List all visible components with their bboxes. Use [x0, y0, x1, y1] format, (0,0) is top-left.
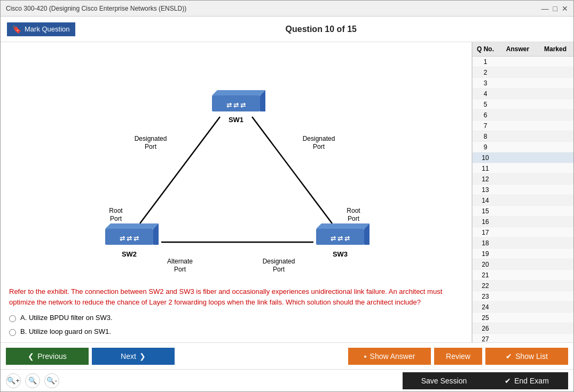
svg-text:Root: Root: [109, 207, 123, 214]
end-exam-check-icon: ✔: [505, 377, 511, 385]
svg-text:Designated: Designated: [303, 135, 335, 142]
option-a: A. Utilize BPDU filter on SW3.: [9, 314, 463, 322]
side-panel-row[interactable]: 25: [473, 313, 573, 323]
toolbar: 🔖 Mark Question Question 10 of 15: [1, 17, 573, 42]
svg-text:Port: Port: [273, 266, 285, 273]
svg-text:Port: Port: [174, 266, 186, 273]
side-panel-row[interactable]: 27: [473, 334, 573, 342]
show-answer-button[interactable]: ▪ Show Answer: [348, 348, 431, 365]
side-panel: Q No. Answer Marked 12345678910111213141…: [472, 42, 573, 342]
side-panel-list[interactable]: 1234567891011121314151617181920212223242…: [473, 57, 573, 342]
side-panel-row[interactable]: 20: [473, 259, 573, 270]
side-panel-row[interactable]: 17: [473, 227, 573, 238]
option-b-text: B. Utilize loop guard on SW1.: [20, 327, 111, 335]
main-window: Cisco 300-420 (Designing Cisco Enterpris…: [0, 0, 574, 392]
network-diagram: ⇄ ⇄ ⇄ SW1 ⇄ ⇄ ⇄ SW2: [81, 53, 391, 277]
content-panel: ⇄ ⇄ ⇄ SW1 ⇄ ⇄ ⇄ SW2: [1, 42, 472, 342]
svg-text:Root: Root: [347, 207, 360, 214]
side-panel-row[interactable]: 24: [473, 302, 573, 313]
options-area: A. Utilize BPDU filter on SW3. B. Utiliz…: [9, 314, 463, 336]
bottom-bar: 🔍+ 🔍 🔍- Save Session ✔ End Exam: [1, 369, 573, 391]
window-title: Cisco 300-420 (Designing Cisco Enterpris…: [6, 5, 186, 12]
side-panel-row[interactable]: 8: [473, 131, 573, 142]
show-list-check-icon: ✔: [506, 352, 512, 361]
save-session-label: Save Session: [421, 377, 467, 385]
show-answer-label: Show Answer: [370, 352, 415, 361]
minimize-icon[interactable]: —: [541, 4, 549, 13]
side-panel-row[interactable]: 2: [473, 67, 573, 78]
window-controls: — □ ✕: [541, 4, 568, 13]
side-panel-row[interactable]: 26: [473, 323, 573, 334]
side-panel-row[interactable]: 21: [473, 270, 573, 281]
side-panel-row[interactable]: 6: [473, 110, 573, 121]
prev-arrow-icon: ❮: [28, 352, 34, 361]
save-session-button[interactable]: Save Session: [403, 372, 485, 389]
side-panel-row[interactable]: 5: [473, 99, 573, 110]
bottom-buttons: ❮ Previous Next ❯ ▪ Show Answer Review ✔…: [1, 342, 573, 369]
zoom-out-button[interactable]: 🔍-: [44, 373, 59, 388]
col-q-label: Q No.: [475, 45, 496, 53]
side-panel-row[interactable]: 13: [473, 185, 573, 195]
next-button[interactable]: Next ❯: [92, 348, 175, 365]
side-panel-row[interactable]: 15: [473, 206, 573, 217]
side-panel-row[interactable]: 19: [473, 249, 573, 259]
svg-text:⇄ ⇄ ⇄: ⇄ ⇄ ⇄: [226, 101, 246, 109]
side-panel-header: Q No. Answer Marked: [473, 42, 573, 57]
svg-text:⇄ ⇄ ⇄: ⇄ ⇄ ⇄: [331, 235, 350, 242]
side-panel-row[interactable]: 16: [473, 217, 573, 227]
side-panel-row[interactable]: 4: [473, 89, 573, 99]
review-label: Review: [446, 352, 470, 361]
side-panel-row[interactable]: 23: [473, 291, 573, 302]
option-b: B. Utilize loop guard on SW1.: [9, 327, 463, 336]
svg-text:Port: Port: [110, 215, 122, 222]
svg-text:Port: Port: [145, 143, 157, 150]
side-panel-row[interactable]: 3: [473, 78, 573, 89]
question-title: Question 10 of 15: [75, 25, 567, 34]
svg-text:SW3: SW3: [333, 250, 348, 258]
review-button[interactable]: Review: [434, 348, 482, 365]
bookmark-icon: 🔖: [12, 25, 21, 34]
svg-marker-9: [105, 223, 159, 229]
option-a-radio[interactable]: [9, 315, 16, 322]
end-exam-button[interactable]: ✔ End Exam: [485, 372, 568, 389]
title-bar: Cisco 300-420 (Designing Cisco Enterpris…: [1, 1, 573, 17]
svg-line-0: [140, 117, 220, 223]
close-icon[interactable]: ✕: [562, 4, 568, 13]
svg-line-1: [252, 117, 332, 223]
mark-question-button[interactable]: 🔖 Mark Question: [7, 22, 75, 36]
main-area: ⇄ ⇄ ⇄ SW1 ⇄ ⇄ ⇄ SW2: [1, 42, 573, 342]
svg-text:Alternate: Alternate: [167, 258, 193, 265]
side-panel-row[interactable]: 14: [473, 195, 573, 206]
col-answer-label: Answer: [496, 45, 539, 53]
side-panel-row[interactable]: 7: [473, 121, 573, 131]
svg-text:SW2: SW2: [122, 250, 137, 258]
side-panel-row[interactable]: 9: [473, 142, 573, 153]
side-panel-row[interactable]: 18: [473, 238, 573, 249]
svg-text:Port: Port: [313, 143, 325, 150]
svg-marker-4: [212, 90, 265, 95]
zoom-normal-button[interactable]: 🔍: [25, 373, 40, 388]
side-panel-row[interactable]: 1: [473, 57, 573, 67]
maximize-icon[interactable]: □: [553, 4, 557, 13]
side-panel-row[interactable]: 10: [473, 153, 573, 163]
next-label: Next: [121, 352, 136, 361]
option-b-radio[interactable]: [9, 329, 16, 336]
svg-text:⇄ ⇄ ⇄: ⇄ ⇄ ⇄: [120, 235, 139, 242]
svg-marker-14: [316, 223, 369, 229]
show-answer-icon: ▪: [364, 352, 367, 361]
side-panel-row[interactable]: 11: [473, 163, 573, 174]
previous-label: Previous: [37, 352, 66, 361]
show-list-label: Show List: [515, 352, 548, 361]
zoom-in-button[interactable]: 🔍+: [6, 373, 21, 388]
svg-text:Designated: Designated: [135, 135, 167, 142]
mark-question-label: Mark Question: [25, 25, 70, 33]
option-a-text: A. Utilize BPDU filter on SW3.: [20, 314, 113, 322]
show-list-button[interactable]: ✔ Show List: [485, 348, 568, 365]
question-text: Refer to the exhibit. The connection bet…: [9, 286, 463, 307]
diagram-area: ⇄ ⇄ ⇄ SW1 ⇄ ⇄ ⇄ SW2: [9, 47, 463, 282]
end-exam-label: End Exam: [514, 377, 549, 385]
side-panel-row[interactable]: 22: [473, 281, 573, 291]
svg-text:Port: Port: [348, 215, 360, 222]
side-panel-row[interactable]: 12: [473, 174, 573, 185]
previous-button[interactable]: ❮ Previous: [6, 348, 89, 365]
